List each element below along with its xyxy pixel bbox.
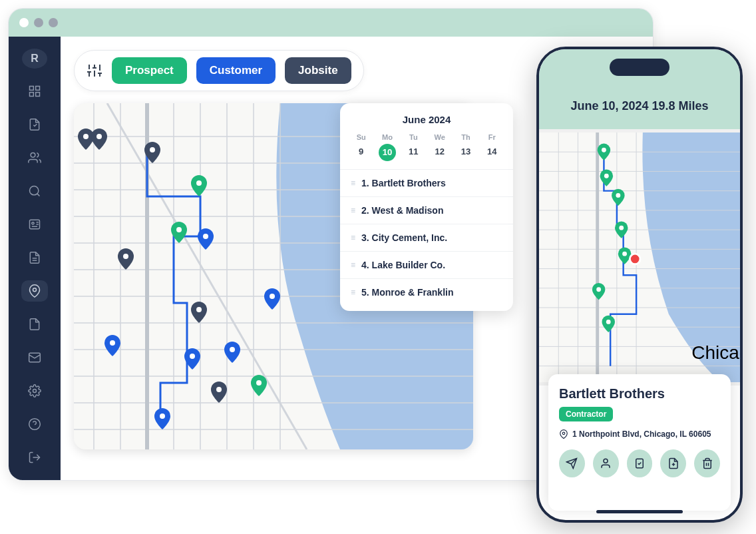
svg-line-6 (37, 194, 40, 196)
svg-point-51 (150, 147, 155, 152)
navigate-button[interactable] (559, 449, 585, 477)
document-list-icon[interactable] (21, 247, 48, 268)
svg-point-4 (31, 153, 35, 158)
cal-head: Su (349, 133, 373, 141)
mobile-device: June 10, 2024 19.8 Miles (536, 47, 743, 523)
window-control-minimize[interactable] (34, 18, 43, 27)
filter-jobsite[interactable]: Jobsite (285, 57, 351, 84)
route-item-label: 4. Lake Builder Co. (361, 260, 445, 270)
contact-button[interactable] (593, 449, 619, 477)
contact-card-icon[interactable] (21, 214, 48, 235)
svg-rect-2 (30, 93, 34, 97)
filter-customer[interactable]: Customer (196, 57, 276, 84)
file-icon[interactable] (21, 314, 48, 335)
dashboard-icon[interactable] (21, 81, 48, 102)
svg-point-61 (216, 387, 222, 392)
drag-handle-icon[interactable]: ≡ (351, 260, 355, 270)
calendar-grid: Su Mo Tu We Th Fr 9 10 11 12 13 14 (340, 133, 513, 169)
cal-day[interactable]: 11 (402, 144, 425, 161)
logout-icon[interactable] (21, 447, 48, 468)
add-note-button[interactable] (660, 449, 686, 477)
device-notch (610, 59, 669, 76)
filter-prospect[interactable]: Prospect (112, 57, 187, 84)
route-item[interactable]: ≡5. Monroe & Franklin (340, 278, 513, 306)
city-label: Chicago (691, 342, 740, 364)
svg-point-49 (83, 134, 89, 139)
svg-point-88 (596, 287, 601, 292)
svg-point-89 (606, 320, 611, 324)
checklist-button[interactable] (627, 449, 653, 477)
route-panel: June 2024 Su Mo Tu We Th Fr 9 10 11 12 1… (340, 103, 513, 311)
edit-document-icon[interactable] (21, 114, 48, 135)
window-control-maximize[interactable] (49, 18, 58, 27)
mail-icon[interactable] (21, 347, 48, 368)
drag-handle-icon[interactable]: ≡ (351, 233, 355, 242)
route-item[interactable]: ≡3. City Cement, Inc. (340, 224, 513, 251)
svg-point-54 (203, 234, 208, 239)
cal-day-selected[interactable]: 10 (379, 144, 396, 161)
delete-button[interactable] (694, 449, 720, 477)
home-indicator[interactable] (596, 510, 683, 513)
customer-address: 1 Northpoint Blvd, Chicago, IL 60605 (559, 429, 720, 439)
route-item[interactable]: ≡2. West & Madison (340, 196, 513, 224)
svg-point-5 (30, 186, 39, 195)
window-control-close[interactable] (19, 18, 29, 27)
svg-rect-1 (36, 87, 40, 91)
svg-point-58 (110, 340, 115, 346)
route-item-label: 3. City Cement, Inc. (361, 232, 447, 243)
search-user-icon[interactable] (21, 180, 48, 202)
svg-point-85 (616, 193, 620, 198)
svg-point-13 (33, 390, 37, 393)
route-item[interactable]: ≡4. Lake Builder Co. (340, 251, 513, 278)
app-logo[interactable]: R (22, 49, 47, 69)
svg-point-87 (622, 252, 627, 256)
map-pin-icon[interactable] (21, 280, 48, 302)
mobile-date-label: June 10, 2024 19.8 Miles (570, 99, 708, 113)
route-item-label: 2. West & Madison (361, 205, 443, 216)
cal-head: Fr (480, 133, 504, 141)
window-titlebar (9, 9, 653, 37)
mobile-map[interactable]: Chicago (539, 129, 740, 386)
route-item[interactable]: ≡1. Bartlett Brothers (340, 169, 513, 196)
svg-point-52 (196, 180, 202, 186)
calendar-title: June 2024 (340, 114, 513, 125)
action-bar (559, 449, 720, 477)
svg-point-86 (619, 226, 624, 230)
svg-point-50 (96, 134, 102, 139)
svg-point-57 (196, 307, 202, 312)
cal-day[interactable]: 12 (428, 144, 451, 161)
pin-icon (559, 429, 568, 439)
customer-type-badge: Contractor (559, 407, 613, 421)
svg-rect-3 (36, 93, 40, 97)
svg-point-84 (604, 174, 609, 178)
help-icon[interactable] (21, 413, 48, 435)
address-text: 1 Northpoint Blvd, Chicago, IL 60605 (572, 429, 711, 439)
svg-point-56 (270, 294, 275, 299)
route-item-label: 1. Bartlett Brothers (361, 178, 446, 188)
sliders-icon[interactable] (87, 63, 102, 79)
cal-day[interactable]: 13 (454, 144, 477, 161)
cal-day[interactable]: 9 (349, 144, 373, 161)
svg-point-90 (562, 432, 565, 435)
customer-name: Bartlett Brothers (559, 386, 720, 401)
drag-handle-icon[interactable]: ≡ (351, 178, 355, 188)
gear-icon[interactable] (21, 380, 48, 401)
current-location-marker[interactable] (630, 254, 640, 264)
drag-handle-icon[interactable]: ≡ (351, 288, 355, 297)
svg-point-14 (29, 419, 41, 430)
filter-bar: Prospect Customer Jobsite (74, 50, 364, 91)
mobile-detail-card: Bartlett Brothers Contractor 1 Northpoin… (548, 374, 731, 511)
svg-point-55 (123, 254, 128, 259)
people-icon[interactable] (21, 147, 48, 168)
svg-point-59 (190, 354, 195, 359)
svg-point-93 (604, 459, 608, 463)
cal-head: Mo (375, 133, 399, 141)
drag-handle-icon[interactable]: ≡ (351, 206, 355, 215)
svg-point-53 (176, 227, 182, 232)
svg-point-83 (602, 148, 606, 152)
svg-point-60 (230, 347, 235, 352)
route-item-label: 5. Monroe & Franklin (361, 287, 453, 298)
svg-point-63 (160, 413, 165, 419)
cal-head: We (428, 133, 451, 141)
cal-day[interactable]: 14 (480, 144, 504, 161)
